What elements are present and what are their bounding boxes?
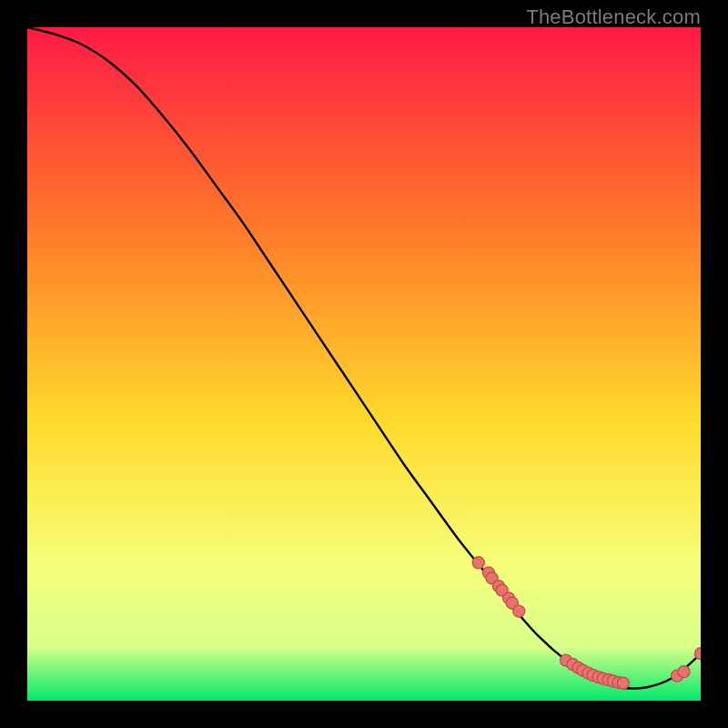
plot-area xyxy=(27,27,701,701)
gradient-background xyxy=(27,27,701,701)
data-marker xyxy=(617,677,629,689)
plot-svg xyxy=(27,27,701,701)
data-marker xyxy=(678,666,690,678)
data-marker xyxy=(695,648,702,660)
watermark-label: TheBottleneck.com xyxy=(526,5,701,29)
chart-stage: TheBottleneck.com xyxy=(0,0,728,728)
data-marker xyxy=(472,557,484,569)
data-marker xyxy=(513,605,525,617)
